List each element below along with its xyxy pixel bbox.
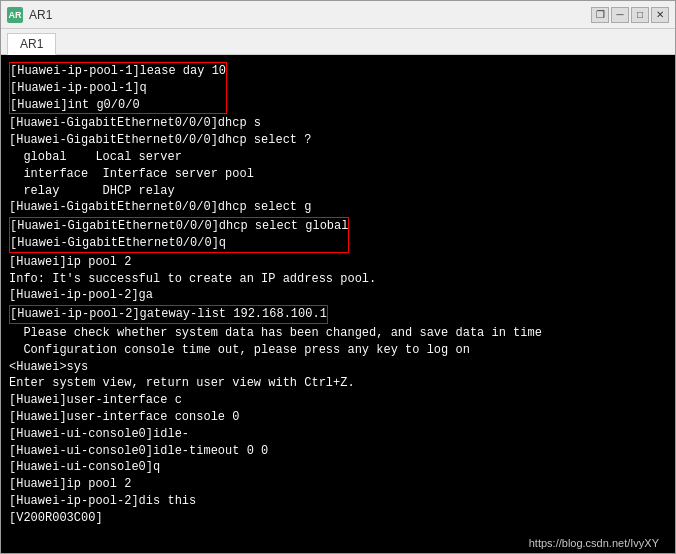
tabs-bar: AR1 [1, 29, 675, 55]
window-controls: ❐ ─ □ ✕ [591, 7, 669, 23]
title-bar-left: AR AR1 [7, 7, 52, 23]
close-button[interactable]: ✕ [651, 7, 669, 23]
terminal-line: [Huawei-GigabitEthernet0/0/0]q [10, 235, 348, 252]
terminal-line: Enter system view, return user view with… [9, 375, 667, 392]
terminal-line: [Huawei-ip-pool-1]q [10, 80, 226, 97]
main-window: AR AR1 ❐ ─ □ ✕ AR1 [Huawei-ip-pool-1]lea… [0, 0, 676, 554]
terminal-line: [Huawei]ip pool 2 [9, 476, 667, 493]
terminal-line: [Huawei-ip-pool-2]gateway-list 192.168.1… [10, 306, 327, 323]
terminal-line: global Local server [9, 149, 667, 166]
terminal-line: [Huawei]int g0/0/0 [10, 97, 226, 114]
terminal-container: [Huawei-ip-pool-1]lease day 10[Huawei-ip… [1, 55, 675, 553]
terminal-line: interface Interface server pool [9, 166, 667, 183]
terminal-line: [Huawei-ui-console0]q [9, 459, 667, 476]
maximize-button[interactable]: □ [631, 7, 649, 23]
terminal-line: [Huawei-ui-console0]idle-timeout 0 0 [9, 443, 667, 460]
terminal-line: [Huawei]user-interface c [9, 392, 667, 409]
terminal-line: [Huawei]ip pool 2 [9, 254, 667, 271]
terminal-line: [Huawei-ip-pool-2]ga [9, 287, 667, 304]
terminal-line: [Huawei-ip-pool-1]lease day 10 [10, 63, 226, 80]
terminal-line: [Huawei-ui-console0]idle- [9, 426, 667, 443]
terminal-line: [Huawei-GigabitEthernet0/0/0]dhcp s [9, 115, 667, 132]
terminal-line: [Huawei-ip-pool-2]dis this [9, 493, 667, 510]
terminal-line: [Huawei-GigabitEthernet0/0/0]dhcp select… [9, 132, 667, 149]
minimize-button[interactable]: ─ [611, 7, 629, 23]
terminal-line: <Huawei>sys [9, 359, 667, 376]
window-title: AR1 [29, 8, 52, 22]
terminal-line: [V200R003C00] [9, 510, 667, 527]
app-icon: AR [7, 7, 23, 23]
title-bar: AR AR1 ❐ ─ □ ✕ [1, 1, 675, 29]
restore-button[interactable]: ❐ [591, 7, 609, 23]
terminal-output[interactable]: [Huawei-ip-pool-1]lease day 10[Huawei-ip… [1, 55, 675, 553]
terminal-line: relay DHCP relay [9, 183, 667, 200]
terminal-line: Info: It's successful to create an IP ad… [9, 271, 667, 288]
terminal-line: Please check whether system data has bee… [9, 325, 667, 342]
tab-ar1[interactable]: AR1 [7, 33, 56, 55]
terminal-line: [Huawei-GigabitEthernet0/0/0]dhcp select… [9, 199, 667, 216]
terminal-line: [Huawei]user-interface console 0 [9, 409, 667, 426]
terminal-line: [Huawei-GigabitEthernet0/0/0]dhcp select… [10, 218, 348, 235]
terminal-line: Configuration console time out, please p… [9, 342, 667, 359]
